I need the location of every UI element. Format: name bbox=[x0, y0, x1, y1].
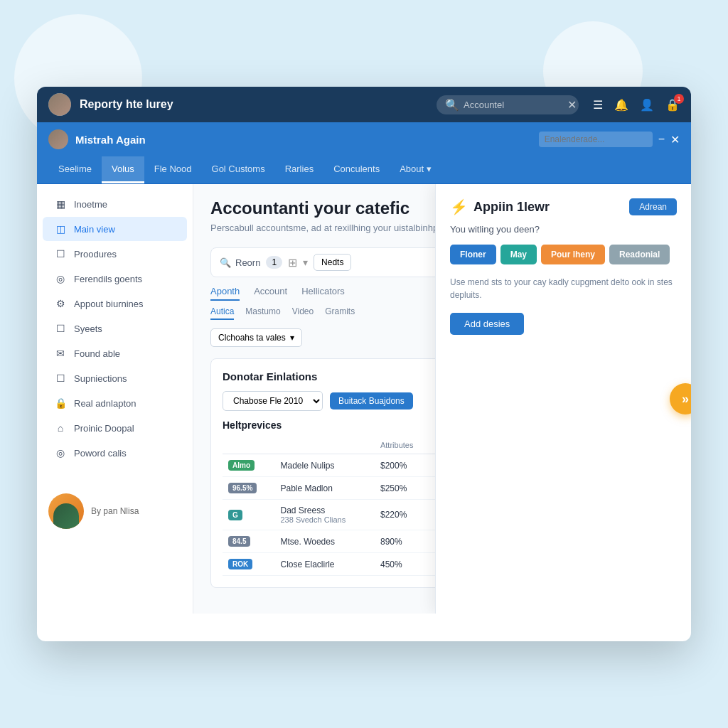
cat-tab-mastumo[interactable]: Mastumo bbox=[245, 306, 280, 320]
row-badge: Almo bbox=[228, 460, 255, 471]
panel-options: Floner May Pour lheny Readonial bbox=[450, 245, 677, 264]
opt-may[interactable]: May bbox=[500, 245, 537, 264]
row-col2: 890% bbox=[375, 530, 432, 553]
avatar-img bbox=[48, 93, 71, 116]
filter-search-label: Reorn bbox=[235, 257, 260, 268]
cat-tab-autica[interactable]: Autica bbox=[210, 306, 234, 320]
bottom-avatar bbox=[48, 493, 84, 529]
sub-tab-account[interactable]: Account bbox=[254, 286, 287, 301]
tab-seelime[interactable]: Seelime bbox=[48, 156, 102, 183]
opt-pour[interactable]: Pour lheny bbox=[541, 245, 605, 264]
chevron-down-icon: ▾ bbox=[427, 164, 432, 174]
profile-bar: Mistrah Again − ✕ bbox=[37, 122, 691, 156]
sidebar-label-poword: Poword calis bbox=[74, 448, 127, 459]
right-panel: ⚡ Appiin 1lewr Adrean You witling you de… bbox=[435, 184, 691, 614]
row-name: Dad Sreess 238 Svedch Clians bbox=[274, 500, 374, 530]
filter-chevron-icon[interactable]: ▾ bbox=[303, 257, 308, 268]
donor-year-select[interactable]: Chabose Fle 2010 bbox=[223, 391, 323, 411]
lock-button[interactable]: 🔒 1 bbox=[665, 98, 680, 112]
panel-action-button[interactable]: Adrean bbox=[629, 198, 677, 215]
sidebar-label-mainview: Main view bbox=[74, 224, 115, 235]
sidebar-item-ferendils[interactable]: ◎ Ferendils goents bbox=[43, 267, 187, 291]
profile-x-icon[interactable]: ✕ bbox=[670, 133, 680, 146]
cat-tab-gramits[interactable]: Gramits bbox=[325, 306, 355, 320]
sidebar-item-proodures[interactable]: ☐ Proodures bbox=[43, 242, 187, 266]
sidebar: ▦ Inoetme ◫ Main view ☐ Proodures ◎ Fere… bbox=[37, 184, 193, 614]
profile-avatar bbox=[48, 129, 68, 149]
panel-description: Use mend sts to your cay kadly cupgment … bbox=[450, 276, 677, 301]
tab-conculents[interactable]: Conculents bbox=[323, 156, 390, 183]
search-input[interactable] bbox=[464, 100, 563, 110]
opt-floner[interactable]: Floner bbox=[450, 245, 496, 264]
sidebar-label-supniections: Supniections bbox=[74, 373, 127, 384]
row-name: Madele Nulips bbox=[274, 454, 374, 477]
filter-grid-icon: ⊞ bbox=[288, 256, 297, 269]
app-window: Reporty hte lurey 🔍 ✕ ☰ 🔔 👤 🔒 1 Mistrah … bbox=[37, 87, 691, 641]
sub-tab-aponth[interactable]: Aponth bbox=[210, 286, 240, 301]
row-badge: 84.5 bbox=[228, 536, 250, 547]
inoetme-icon: ▦ bbox=[54, 198, 67, 210]
content-area: Accountanti your catefic Perscabull acco… bbox=[193, 184, 691, 614]
tab-rarlies[interactable]: Rarlies bbox=[275, 156, 323, 183]
real-icon: 🔒 bbox=[54, 397, 67, 409]
profile-name: Mistrah Again bbox=[75, 134, 532, 146]
menu-button[interactable]: ☰ bbox=[593, 98, 603, 112]
mainview-icon: ◫ bbox=[54, 223, 67, 235]
col-attributes: Attributes bbox=[375, 437, 432, 454]
tab-golcustoms[interactable]: Gol Customs bbox=[202, 156, 275, 183]
avatar-body bbox=[53, 503, 79, 529]
row-col2: $250% bbox=[375, 477, 432, 500]
panel-header: ⚡ Appiin 1lewr Adrean bbox=[450, 198, 677, 215]
sidebar-item-inoetme[interactable]: ▦ Inoetme bbox=[43, 192, 187, 216]
sidebar-label-foundable: Found able bbox=[74, 348, 120, 359]
search-icon: 🔍 bbox=[445, 98, 459, 112]
row-badge: G bbox=[228, 510, 242, 520]
top-nav-icons: ☰ 🔔 👤 🔒 1 bbox=[593, 98, 680, 112]
clear-search-icon[interactable]: ✕ bbox=[567, 98, 577, 112]
row-name: Mtse. Woedes bbox=[274, 530, 374, 553]
proinic-icon: ⌂ bbox=[54, 422, 67, 434]
tab-about[interactable]: About ▾ bbox=[390, 156, 441, 183]
sidebar-item-real[interactable]: 🔒 Real adnlapton bbox=[43, 391, 187, 415]
profile-right: − ✕ bbox=[539, 132, 680, 147]
filter-search-icon: 🔍 bbox=[220, 257, 231, 268]
col-name bbox=[274, 437, 374, 454]
cat-tab-video[interactable]: Video bbox=[292, 306, 314, 320]
main-content: ▦ Inoetme ◫ Main view ☐ Proodures ◎ Fere… bbox=[37, 184, 691, 614]
bell-button[interactable]: 🔔 bbox=[614, 98, 628, 112]
sidebar-label-inoetme: Inoetme bbox=[74, 199, 107, 210]
lightning-icon: ⚡ bbox=[450, 198, 468, 215]
sidebar-label-proinic: Proinic Doopal bbox=[74, 423, 134, 434]
dropdown-chevron-icon: ▾ bbox=[290, 333, 294, 343]
sidebar-label-proodures: Proodures bbox=[74, 249, 117, 259]
sidebar-item-foundable[interactable]: ✉ Found able bbox=[43, 341, 187, 365]
sidebar-label-ferendils: Ferendils goents bbox=[74, 274, 142, 284]
opt-readonial[interactable]: Readonial bbox=[609, 245, 670, 264]
sub-tab-hellicators[interactable]: Hellicators bbox=[301, 286, 345, 301]
sidebar-item-supniections[interactable]: ☐ Supniections bbox=[43, 366, 187, 390]
row-badge: ROK bbox=[228, 559, 252, 569]
sidebar-item-syeets[interactable]: ☐ Syeets bbox=[43, 316, 187, 341]
tab-flenood[interactable]: Fle Nood bbox=[144, 156, 202, 183]
sidebar-item-poword[interactable]: ◎ Poword calis bbox=[43, 441, 187, 465]
sidebar-label-real: Real adnlapton bbox=[74, 398, 136, 409]
sidebar-item-proinic[interactable]: ⌂ Proinic Doopal bbox=[43, 416, 187, 440]
row-col2: 450% bbox=[375, 553, 432, 576]
dropdown-values[interactable]: Clchoahs ta vales ▾ bbox=[210, 328, 302, 347]
panel-add-button[interactable]: Add desies bbox=[450, 313, 524, 335]
ferendils-icon: ◎ bbox=[54, 273, 67, 284]
top-nav-avatar bbox=[48, 93, 71, 116]
profile-input[interactable] bbox=[539, 132, 653, 147]
donor-backup-btn[interactable]: Buitack Buajdons bbox=[330, 392, 413, 410]
filter-nedts-btn[interactable]: Nedts bbox=[314, 254, 351, 271]
row-name: Pable Madlon bbox=[274, 477, 374, 500]
tabs-nav: Seelime Volus Fle Nood Gol Customs Rarli… bbox=[37, 156, 691, 184]
sidebar-item-appout[interactable]: ⚙ Appout biurnines bbox=[43, 291, 187, 316]
sidebar-label-appout: Appout biurnines bbox=[74, 299, 144, 309]
user-button[interactable]: 👤 bbox=[640, 98, 654, 112]
tab-volus[interactable]: Volus bbox=[102, 156, 144, 183]
search-bar[interactable]: 🔍 ✕ bbox=[437, 95, 579, 114]
syeets-icon: ☐ bbox=[54, 323, 67, 334]
sidebar-item-mainview[interactable]: ◫ Main view bbox=[43, 217, 187, 241]
profile-close-icon[interactable]: − bbox=[658, 133, 665, 146]
